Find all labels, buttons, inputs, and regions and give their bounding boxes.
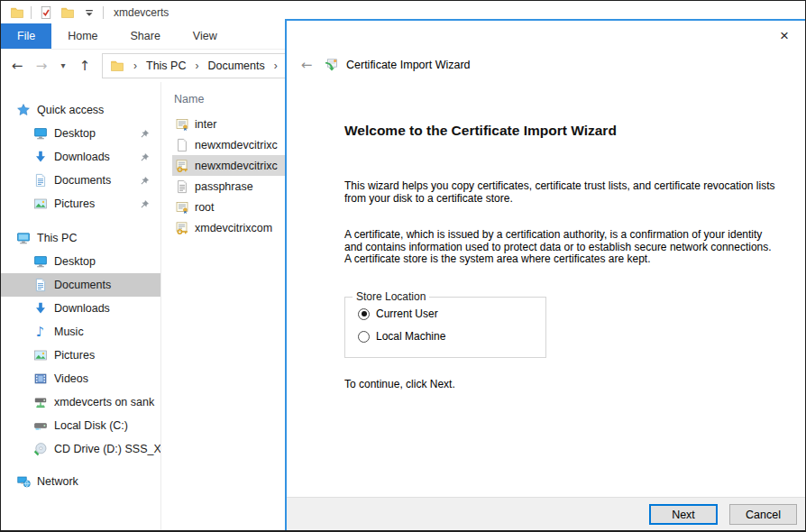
store-location-group: Store Location Current UserLocal Machine xyxy=(344,297,546,358)
network-drive-icon xyxy=(32,395,48,409)
qat-caret-icon[interactable] xyxy=(81,5,96,20)
folder-icon xyxy=(109,59,124,73)
sidebar-item-documents[interactable]: Documents xyxy=(1,273,160,297)
radio-label: Local Machine xyxy=(376,330,445,343)
breadcrumb-chevron-icon: › xyxy=(131,60,140,72)
breadcrumb-chevron-icon: › xyxy=(271,60,280,72)
sidebar-item-local-disk-c[interactable]: Local Disk (C:) xyxy=(1,414,160,437)
certificate-import-wizard-dialog: × ← Certificate Import Wizard Welcome to… xyxy=(285,19,805,530)
sidebar-item-downloads[interactable]: Downloads xyxy=(1,297,160,320)
sidebar-item-label: Pictures xyxy=(54,197,95,210)
sidebar-item-documents[interactable]: Documents xyxy=(1,169,160,192)
file-icon xyxy=(174,138,189,152)
file-item-label: passphrase xyxy=(195,180,253,193)
pin-icon xyxy=(137,197,152,211)
sidebar-item-music[interactable]: ♪Music xyxy=(1,320,160,344)
videos-icon xyxy=(32,371,48,386)
tab-home[interactable]: Home xyxy=(51,23,114,49)
pfx-icon xyxy=(174,221,189,235)
radio-unselected-icon[interactable] xyxy=(358,331,370,343)
file-item-label: root xyxy=(195,201,215,214)
tab-share[interactable]: Share xyxy=(114,23,177,49)
sidebar-item-label: Network xyxy=(37,475,78,488)
wizard-description-2: A certificate, which is issued by a cert… xyxy=(344,229,775,266)
file-item-label: newxmdevcitrixc xyxy=(195,160,278,172)
sidebar-item-this-pc[interactable]: This PC xyxy=(1,226,160,250)
radio-option-local-machine[interactable]: Local Machine xyxy=(358,330,545,343)
textdoc-icon xyxy=(174,179,189,194)
folder-icon[interactable] xyxy=(60,5,75,20)
downloads-icon xyxy=(32,150,48,164)
radio-option-current-user[interactable]: Current User xyxy=(358,307,545,320)
qat-container xyxy=(9,5,104,20)
chevron-down-icon[interactable]: ▾ xyxy=(59,61,68,70)
back-arrow-icon[interactable]: ← xyxy=(10,59,24,73)
sidebar-item-label: Pictures xyxy=(54,349,95,362)
breadcrumb-chevron-icon: › xyxy=(192,60,201,72)
sidebar-item-xmdevcerts-on-sank[interactable]: xmdevcerts on sank xyxy=(1,390,160,414)
up-arrow-icon[interactable]: ↑ xyxy=(78,59,92,73)
music-icon: ♪ xyxy=(32,325,48,339)
sidebar-item-label: Downloads xyxy=(54,151,110,163)
documents-icon xyxy=(32,173,48,188)
quick-access-icon xyxy=(15,103,31,117)
back-arrow-icon[interactable]: ← xyxy=(298,57,315,73)
sidebar-item-quick-access[interactable]: Quick access xyxy=(1,98,160,122)
qat-divider xyxy=(103,6,104,19)
documents-icon xyxy=(32,278,48,292)
sidebar-item-label: CD Drive (D:) SSS_X xyxy=(54,443,161,455)
window-title: xmdevcerts xyxy=(114,6,169,19)
desktop-icon xyxy=(32,126,48,141)
pin-icon xyxy=(137,150,152,164)
sidebar: Quick accessDesktopDownloadsDocumentsPic… xyxy=(1,82,161,532)
sidebar-item-label: xmdevcerts on sank xyxy=(54,396,154,408)
sidebar-item-desktop[interactable]: Desktop xyxy=(1,250,160,273)
sidebar-item-cd-drive-d-sss-x[interactable]: CD Drive (D:) SSS_X xyxy=(1,437,160,461)
properties-check-icon[interactable] xyxy=(38,5,53,20)
explorer-window: xmdevcerts FileHomeShareView ←→▾↑ ›This … xyxy=(0,0,806,532)
sidebar-item-label: Documents xyxy=(54,279,111,291)
sidebar-item-videos[interactable]: Videos xyxy=(1,367,160,390)
tab-file[interactable]: File xyxy=(1,23,51,49)
wizard-header: ← Certificate Import Wizard xyxy=(298,57,471,73)
sidebar-item-label: Videos xyxy=(54,372,88,385)
folder-icon[interactable] xyxy=(9,5,24,20)
pfx-icon xyxy=(174,159,189,173)
sidebar-item-label: Desktop xyxy=(54,127,96,140)
store-location-label: Store Location xyxy=(353,290,429,303)
tab-view[interactable]: View xyxy=(177,23,234,49)
wizard-icon xyxy=(323,58,338,72)
downloads-icon xyxy=(32,301,48,316)
pin-icon xyxy=(137,173,152,188)
pictures-icon xyxy=(32,348,48,362)
file-item-label: inter xyxy=(195,118,216,131)
sidebar-item-downloads[interactable]: Downloads xyxy=(1,145,160,169)
breadcrumb-item-this-pc[interactable]: This PC xyxy=(146,60,186,72)
cancel-button[interactable]: Cancel xyxy=(729,504,797,525)
close-icon[interactable]: × xyxy=(774,26,794,46)
local-disk-icon xyxy=(32,418,48,433)
sidebar-item-label: Documents xyxy=(54,174,111,187)
sidebar-item-label: Music xyxy=(54,326,84,338)
forward-arrow-icon[interactable]: → xyxy=(34,59,49,73)
wizard-title: Certificate Import Wizard xyxy=(346,59,471,71)
sidebar-item-pictures[interactable]: Pictures xyxy=(1,192,160,216)
file-item-label: xmdevcitrixcom xyxy=(195,222,272,234)
pictures-icon xyxy=(32,197,48,211)
breadcrumb-item-documents[interactable]: Documents xyxy=(207,60,264,72)
sidebar-item-pictures[interactable]: Pictures xyxy=(1,344,160,367)
pin-icon xyxy=(137,126,152,141)
wizard-description-1: This wizard helps you copy certificates,… xyxy=(344,180,775,205)
sidebar-item-label: This PC xyxy=(37,232,77,244)
certificate-icon xyxy=(174,117,189,132)
radio-selected-icon[interactable] xyxy=(358,308,370,320)
radio-label: Current User xyxy=(376,307,438,320)
sidebar-item-network[interactable]: Network xyxy=(1,470,160,493)
sidebar-item-label: Downloads xyxy=(54,302,110,315)
sidebar-item-label: Quick access xyxy=(37,104,104,116)
wizard-instruction: To continue, click Next. xyxy=(344,378,455,390)
next-button[interactable]: Next xyxy=(649,504,718,525)
sidebar-item-desktop[interactable]: Desktop xyxy=(1,122,160,145)
wizard-footer: Next Cancel xyxy=(287,497,805,530)
file-item-label: newxmdevcitrixc xyxy=(195,139,278,151)
